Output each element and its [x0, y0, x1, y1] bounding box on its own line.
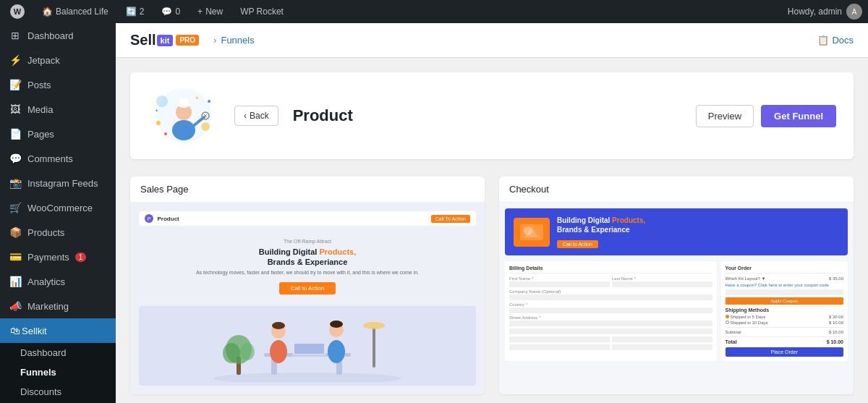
preview-cta-large[interactable]: Call to Action [279, 282, 336, 294]
shipping-option-2[interactable]: Shipped in 10 Days $ 10.00 [726, 321, 844, 325]
preview-button[interactable]: Preview [696, 105, 754, 127]
docs-label: Docs [832, 35, 854, 46]
sidebar-item-media[interactable]: 🖼 Media [0, 97, 116, 122]
sidebar-item-posts[interactable]: 📝 Posts [0, 72, 116, 97]
howdy-label: Howdy, admin [788, 7, 842, 17]
svg-point-2 [201, 122, 210, 131]
preview-cta-button[interactable]: Call To Action [431, 215, 470, 223]
breadcrumb-sep: › [213, 35, 216, 46]
sidebar-label-payments: Payments [27, 252, 69, 263]
new-item[interactable]: + New [193, 0, 227, 23]
sk-dashboard-label: Dashboard [20, 347, 67, 358]
name-row: First Name * Last Name * [509, 276, 712, 287]
coupon-button[interactable]: Apply Coupon [726, 297, 844, 305]
checkout-hero-banner: Building Digital Products, Brands & Expe… [505, 208, 848, 255]
get-funnel-button[interactable]: Get Funnel [761, 105, 836, 127]
posts-icon: 📝 [9, 78, 22, 91]
order-item-name: Which Kit Layout? ▼ [726, 276, 766, 281]
checkout-cta-button[interactable]: Call to Action [557, 240, 598, 248]
coupon-prompt: Have a coupon? Click here to enter your … [726, 283, 844, 287]
sales-page-label: Sales Page [130, 177, 485, 203]
last-name-input[interactable] [612, 281, 712, 287]
svg-point-16 [213, 373, 401, 382]
svg-text:✦: ✦ [195, 95, 200, 101]
sales-page-card: Sales Page P Product Call To Action [130, 177, 485, 394]
country-label: Country * [509, 302, 712, 307]
preview-logo-dot: P [145, 214, 153, 223]
comments-item[interactable]: 💬 0 [157, 0, 184, 23]
zip-input[interactable] [509, 344, 610, 350]
svg-point-24 [270, 340, 287, 363]
sidebar-label-woocommerce: WooCommerce [27, 203, 93, 213]
city-input[interactable] [509, 336, 610, 342]
sidebar-item-sellkit[interactable]: 🛍 Sellkit [0, 318, 116, 343]
people-illustration [199, 310, 416, 382]
preview-product-text: Product [158, 216, 179, 222]
docs-button[interactable]: 📋 Docs [817, 35, 854, 46]
total-row: Total $ 10.00 [726, 336, 844, 344]
billing-title: Billing Details [509, 266, 712, 273]
main-layout: ⊞ Dashboard ⚡ Jetpack 📝 Posts 🖼 Media 📄 … [0, 23, 868, 403]
payments-badge: 1 [75, 253, 87, 262]
shipping-option-1[interactable]: Shipped in 5 Days $ 20.00 [726, 315, 844, 319]
sellkit-logo: SellkitPRO [130, 32, 199, 48]
plugin-label: WP Rocket [240, 7, 284, 17]
svg-point-33 [223, 343, 240, 363]
first-name-input[interactable] [509, 281, 610, 287]
country2-input[interactable] [612, 344, 712, 350]
top-header: SellkitPRO › Funnels 📋 Docs [116, 23, 868, 58]
back-button[interactable]: ‹ Back [234, 106, 278, 126]
sidebar-item-comments[interactable]: 💬 Comments [0, 146, 116, 171]
preview-body-text: As technology moves, faster and faster, … [150, 269, 464, 276]
sidebar-item-instagram[interactable]: 📸 Instagram Feeds [0, 171, 116, 195]
place-order-button[interactable]: Place Order [726, 347, 844, 357]
checkout-billing-section: Billing Details First Name * Last Name * [505, 261, 717, 361]
apt-input[interactable] [509, 328, 712, 334]
city-state-row [509, 336, 712, 342]
sidebar-item-sk-discounts[interactable]: Discounts [0, 382, 116, 402]
preview-heading-text2: Brands & Experiance [268, 258, 348, 266]
sidebar-item-jetpack[interactable]: ⚡ Jetpack [0, 48, 116, 72]
updates-icon: 🔄 [126, 7, 137, 17]
sk-funnels-label: Funnels [20, 367, 56, 378]
sidebar-item-payments[interactable]: 💳 Payments 1 [0, 245, 116, 269]
home-icon: 🏠 [42, 7, 53, 17]
preview-logo: P Product [145, 214, 179, 223]
checkout-page-card: Checkout [499, 177, 854, 394]
sidebar-item-sk-dashboard[interactable]: Dashboard [0, 343, 116, 362]
comments-nav-icon: 💬 [9, 152, 22, 165]
svg-text:✦: ✦ [155, 109, 158, 113]
order-item-price: $ 35.00 [829, 276, 843, 281]
breadcrumb-funnels[interactable]: Funnels [221, 35, 254, 46]
preview-hero-section: The Off-Ramp Attract Building Digital Pr… [139, 233, 476, 306]
street-input[interactable] [509, 321, 712, 326]
checkout-order-section: Your Order Which Kit Layout? ▼ $ 35.00 H… [721, 261, 848, 361]
sidebar-item-products[interactable]: 📦 Products [0, 220, 116, 245]
sidebar-label-media: Media [27, 104, 53, 115]
sidebar-item-dashboard[interactable]: ⊞ Dashboard [0, 23, 116, 48]
shipping-label-1: Shipped in 5 Days [731, 315, 766, 319]
country-select[interactable] [509, 307, 712, 313]
site-name-item[interactable]: 🏠 Balanced Life [38, 0, 113, 23]
sidebar-item-sk-funnels[interactable]: Funnels [0, 362, 116, 382]
state-input[interactable] [612, 336, 712, 342]
company-input[interactable] [509, 294, 712, 300]
checkout-page-preview: Building Digital Products, Brands & Expe… [499, 203, 854, 394]
svg-point-12 [208, 100, 210, 103]
sidebar-item-analytics[interactable]: 📊 Analytics [0, 269, 116, 294]
wp-logo-item[interactable]: W [6, 0, 29, 23]
hero-actions: Preview Get Funnel [696, 105, 836, 127]
coupon-field[interactable] [726, 289, 844, 295]
last-name-label: Last Name * [612, 276, 712, 281]
updates-item[interactable]: 🔄 2 [122, 0, 149, 23]
first-name-field: First Name * [509, 276, 610, 287]
sidebar-item-marketing[interactable]: 📣 Marketing [0, 294, 116, 318]
plugin-item[interactable]: WP Rocket [236, 0, 288, 23]
svg-rect-21 [292, 355, 327, 357]
sidebar-item-pages[interactable]: 📄 Pages [0, 122, 116, 146]
checkout-hero-text: Building Digital Products, Brands & Expe… [557, 216, 645, 248]
inner-content: ✦ ✦ ‹ Back Product Preview Get Funnel Sa… [116, 58, 868, 403]
howdy-section[interactable]: Howdy, admin A [788, 4, 862, 20]
sidebar-item-woocommerce[interactable]: 🛒 WooCommerce [0, 195, 116, 220]
back-arrow-icon: ‹ [244, 111, 247, 121]
